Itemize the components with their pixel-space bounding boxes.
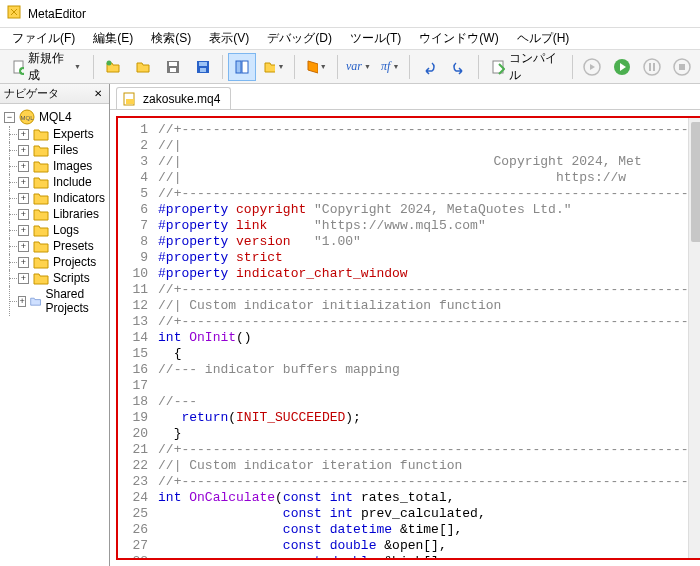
menu-edit[interactable]: 編集(E) — [85, 28, 141, 49]
tree-item-indicators[interactable]: +Indicators — [0, 190, 109, 206]
tree-item-libraries[interactable]: +Libraries — [0, 206, 109, 222]
tree-item-files[interactable]: +Files — [0, 142, 109, 158]
run-button[interactable] — [608, 53, 636, 81]
tree-item-experts[interactable]: +Experts — [0, 126, 109, 142]
stop-button[interactable] — [668, 53, 696, 81]
mql-icon: MQL — [19, 109, 35, 125]
expand-icon[interactable]: + — [18, 209, 29, 220]
menu-help[interactable]: ヘルプ(H) — [509, 28, 578, 49]
step-button[interactable] — [578, 53, 606, 81]
undo-button[interactable] — [415, 53, 443, 81]
tree-item-shared-projects[interactable]: +Shared Projects — [0, 286, 109, 316]
redo-icon — [451, 59, 467, 75]
toolbar-separator — [337, 55, 338, 79]
folder-dropdown-button[interactable]: ▼ — [258, 53, 290, 81]
save-all-button[interactable] — [189, 53, 217, 81]
step-icon — [583, 58, 601, 76]
code-editor[interactable]: 1234567891011121314151617181920212223242… — [116, 116, 700, 560]
layout-button[interactable] — [228, 53, 256, 81]
svg-rect-11 — [242, 61, 248, 73]
folder-icon — [33, 271, 49, 285]
toolbar-separator — [93, 55, 94, 79]
shared-folder-icon — [30, 294, 41, 308]
collapse-icon[interactable]: − — [4, 112, 15, 123]
chevron-down-icon: ▼ — [74, 63, 81, 70]
layout-icon — [234, 59, 250, 75]
tree-item-scripts[interactable]: +Scripts — [0, 270, 109, 286]
open-folder-button[interactable] — [129, 53, 157, 81]
expand-icon[interactable]: + — [18, 177, 29, 188]
folder-icon — [33, 223, 49, 237]
compile-button[interactable]: コンパイル — [484, 53, 567, 81]
svg-point-15 — [644, 59, 660, 75]
folder-icon — [33, 207, 49, 221]
redo-button[interactable] — [445, 53, 473, 81]
folder-icon — [33, 175, 49, 189]
chevron-down-icon: ▼ — [277, 63, 284, 70]
navigator-panel: ナビゲータ ✕ − MQL MQL4 +Experts+Files+Images… — [0, 84, 110, 566]
editor-area: zakosuke.mq4 123456789101112131415161718… — [110, 84, 700, 566]
tree-item-label: Presets — [53, 239, 94, 253]
toolbar-separator — [478, 55, 479, 79]
toolbar: 新規作成 ▼ ▼ ▼ var▼ πf▼ コンパイル — [0, 50, 700, 84]
menu-tools[interactable]: ツール(T) — [342, 28, 409, 49]
svg-rect-5 — [169, 62, 177, 66]
expand-icon[interactable]: + — [18, 257, 29, 268]
svg-rect-6 — [170, 68, 176, 72]
new-file-button[interactable]: 新規作成 ▼ — [4, 53, 88, 81]
tree-item-images[interactable]: +Images — [0, 158, 109, 174]
tree-item-presets[interactable]: +Presets — [0, 238, 109, 254]
menu-file[interactable]: ファイル(F) — [4, 28, 83, 49]
tab-zakosuke[interactable]: zakosuke.mq4 — [116, 87, 231, 109]
scroll-thumb[interactable] — [691, 122, 700, 242]
tree-item-label: Logs — [53, 223, 79, 237]
tree-item-label: Images — [53, 159, 92, 173]
expand-icon[interactable]: + — [18, 161, 29, 172]
save-button[interactable] — [159, 53, 187, 81]
expand-icon[interactable]: + — [18, 241, 29, 252]
vertical-scrollbar[interactable] — [688, 118, 700, 558]
tab-strip: zakosuke.mq4 — [110, 84, 700, 110]
menu-window[interactable]: ウインドウ(W) — [411, 28, 506, 49]
close-icon[interactable]: ✕ — [91, 87, 105, 101]
pause-button[interactable] — [638, 53, 666, 81]
svg-text:MQL: MQL — [20, 115, 34, 121]
menu-view[interactable]: 表示(V) — [201, 28, 257, 49]
fx-button[interactable]: πf▼ — [376, 53, 404, 81]
expand-icon[interactable]: + — [18, 296, 26, 307]
book-button[interactable]: ▼ — [300, 53, 332, 81]
play-icon — [613, 58, 631, 76]
folder-icon — [33, 239, 49, 253]
tree-item-logs[interactable]: +Logs — [0, 222, 109, 238]
menu-debug[interactable]: デバッグ(D) — [259, 28, 340, 49]
tree-item-label: Files — [53, 143, 78, 157]
open-button[interactable] — [99, 53, 127, 81]
svg-rect-10 — [236, 61, 241, 73]
tree-root-mql4[interactable]: − MQL MQL4 — [0, 108, 109, 126]
code-content[interactable]: //+-------------------------------------… — [154, 118, 700, 558]
navigator-tree[interactable]: − MQL MQL4 +Experts+Files+Images+Include… — [0, 104, 109, 566]
expand-icon[interactable]: + — [18, 273, 29, 284]
undo-icon — [421, 59, 437, 75]
var-button[interactable]: var▼ — [343, 53, 375, 81]
expand-icon[interactable]: + — [18, 193, 29, 204]
menu-search[interactable]: 検索(S) — [143, 28, 199, 49]
tree-item-label: Libraries — [53, 207, 99, 221]
expand-icon[interactable]: + — [18, 225, 29, 236]
expand-icon[interactable]: + — [18, 129, 29, 140]
open-icon — [105, 59, 121, 75]
folder-icon — [135, 59, 151, 75]
tree-item-projects[interactable]: +Projects — [0, 254, 109, 270]
folder-icon — [33, 143, 49, 157]
tree-item-label: Include — [53, 175, 92, 189]
tree-item-label: Projects — [53, 255, 96, 269]
svg-rect-16 — [649, 63, 651, 71]
chevron-down-icon: ▼ — [364, 63, 371, 70]
toolbar-separator — [222, 55, 223, 79]
folder-icon — [33, 191, 49, 205]
stop-icon — [673, 58, 691, 76]
svg-rect-8 — [199, 62, 207, 66]
toolbar-separator — [294, 55, 295, 79]
expand-icon[interactable]: + — [18, 145, 29, 156]
tree-item-include[interactable]: +Include — [0, 174, 109, 190]
